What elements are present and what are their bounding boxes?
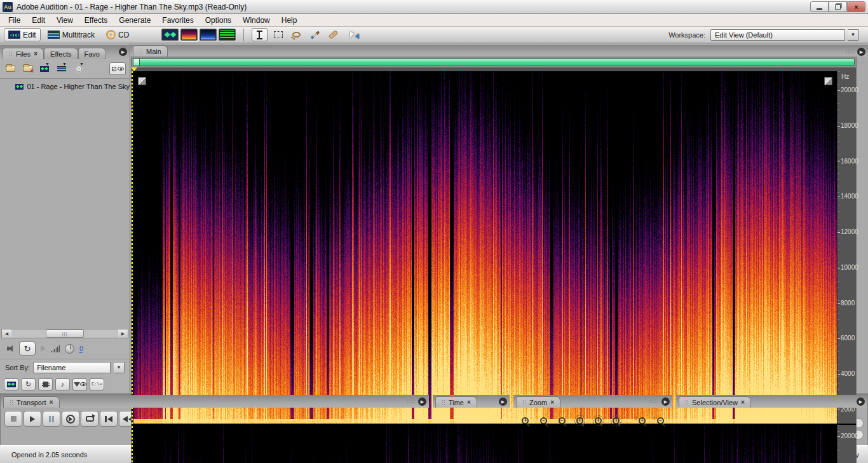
sort-by-select[interactable]: Filename	[33, 362, 111, 373]
zoom-in-horizontally-button[interactable]: +	[517, 413, 534, 427]
import-file-button[interactable]	[4, 64, 17, 74]
tab-selection-view[interactable]: Selection/View ×	[679, 396, 751, 408]
volume-meter-icon	[51, 345, 60, 352]
scrub-tool-button[interactable]	[344, 28, 360, 41]
zoom-panel-menu-button[interactable]	[661, 397, 670, 406]
play-looped-button[interactable]	[81, 411, 98, 427]
files-horizontal-scrollbar[interactable]: ◀ ||| ▶	[1, 329, 128, 338]
menu-help[interactable]: Help	[276, 15, 303, 26]
magnifier-icon: +	[595, 417, 602, 424]
tab-zoom-close-icon[interactable]: ×	[550, 399, 554, 406]
transport-panel-menu-button[interactable]	[418, 397, 426, 406]
workspace-select[interactable]: Edit View (Default)	[710, 29, 845, 41]
cd-view-button[interactable]: CD	[102, 28, 133, 41]
pause-button[interactable]	[43, 411, 60, 427]
show-video-files-toggle[interactable]	[38, 378, 53, 390]
marquee-selection-tool-button[interactable]	[270, 28, 286, 41]
files-panel-menu-button[interactable]	[119, 48, 127, 56]
spectrogram-right-channel[interactable]	[133, 425, 837, 463]
menu-file[interactable]: File	[3, 15, 26, 26]
tab-transport[interactable]: Transport ×	[3, 396, 60, 408]
zoom-in-right-edge-of-selection-button[interactable]: +	[608, 413, 625, 427]
spectral-pan-view-button[interactable]	[200, 29, 217, 41]
tab-effects[interactable]: Effects	[44, 48, 78, 59]
menu-effects[interactable]: Effects	[79, 15, 113, 26]
channel-handle-left-icon[interactable]	[138, 77, 146, 85]
insert-into-multitrack-button[interactable]: ▼	[55, 64, 68, 74]
file-list[interactable]: 01 - Rage - Higher Than The Sky	[0, 78, 130, 329]
menu-options[interactable]: Options	[200, 15, 237, 26]
show-audio-files-toggle[interactable]	[4, 378, 18, 390]
scroll-thumb[interactable]: |||	[46, 329, 84, 338]
full-path-toggle[interactable]: C:\>	[90, 378, 104, 390]
stop-button[interactable]	[4, 411, 22, 427]
tab-favorites[interactable]: Favo	[78, 48, 106, 59]
tab-files-close-icon[interactable]: ×	[34, 50, 37, 57]
tab-files[interactable]: Files ×	[3, 48, 44, 59]
minimize-button[interactable]	[810, 1, 829, 12]
playhead-top-marker[interactable]	[131, 67, 137, 71]
multitrack-view-button[interactable]: Multitrack	[43, 28, 99, 41]
time-panel-menu-button[interactable]	[499, 397, 507, 406]
zoom-out-vertically-button[interactable]: ↕−	[652, 413, 668, 427]
frequency-ruler-right-channel[interactable]: Hz20000180001600014000120001000080006000…	[837, 425, 856, 463]
file-list-item[interactable]: 01 - Rage - Higher Than The Sky	[15, 83, 130, 90]
spectrogram-canvas-left[interactable]	[133, 71, 837, 424]
show-loop-files-toggle[interactable]: ↻	[21, 378, 36, 390]
waveform-view-button[interactable]	[161, 29, 179, 41]
play-from-cursor-button[interactable]	[62, 411, 79, 427]
time-selection-tool-button[interactable]	[252, 28, 268, 41]
workspace-dropdown-arrow[interactable]: ▼	[848, 29, 859, 41]
zoom-out-horizontally-button[interactable]: −	[536, 413, 552, 427]
tab-selection-view-close-icon[interactable]: ×	[741, 399, 745, 406]
zoom-in-left-edge-of-selection-button[interactable]: +	[590, 413, 607, 427]
scroll-right-arrow[interactable]: ▶	[118, 329, 128, 338]
edit-view-button[interactable]: Edit	[4, 28, 41, 41]
close-button[interactable]: ×	[847, 1, 865, 12]
down-arrow-icon: ▼	[62, 62, 67, 66]
advanced-options-toggle[interactable]: ✓	[109, 62, 126, 75]
menu-window[interactable]: Window	[237, 15, 276, 26]
main-panel-menu-button[interactable]	[857, 48, 865, 56]
show-midi-files-toggle[interactable]: ♪	[55, 378, 70, 390]
filter-toggle[interactable]	[72, 378, 87, 390]
scroll-left-arrow[interactable]: ◀	[2, 329, 11, 338]
spot-healing-brush-tool-button[interactable]	[325, 28, 341, 41]
preview-volume-knob[interactable]	[65, 344, 74, 354]
frequency-ruler-left-channel[interactable]: Hz20000180001600014000120001000080006000…	[837, 71, 856, 424]
menu-generate[interactable]: Generate	[113, 15, 156, 26]
lasso-selection-tool-button[interactable]	[288, 28, 304, 41]
preview-play-button[interactable]	[41, 345, 46, 352]
preview-volume-value[interactable]: 0	[79, 345, 83, 353]
effects-paintbrush-tool-button[interactable]	[307, 28, 323, 41]
tab-zoom[interactable]: Zoom ×	[516, 396, 560, 408]
loop-preview-button[interactable]: ↻	[19, 342, 36, 356]
menu-edit[interactable]: Edit	[26, 15, 51, 26]
tab-transport-close-icon[interactable]: ×	[50, 399, 53, 406]
menu-bar: FileEditViewEffectsGenerateFavoritesOpti…	[0, 14, 868, 27]
auto-play-speaker-icon[interactable]	[5, 345, 14, 352]
play-button[interactable]	[24, 411, 41, 427]
scroll-track[interactable]: |||	[11, 329, 118, 338]
spectrogram-canvas-right[interactable]	[133, 425, 837, 463]
tab-time[interactable]: Time ×	[435, 396, 477, 408]
restore-button[interactable]	[829, 1, 847, 12]
zoom-in-vertically-button[interactable]: ↕+	[634, 413, 651, 427]
spectral-phase-view-button[interactable]	[219, 29, 236, 41]
go-to-beginning-button[interactable]	[100, 411, 118, 427]
zoom-to-selection-button[interactable]: +	[572, 413, 588, 427]
insert-into-cd-button[interactable]: ▼	[72, 64, 85, 74]
insert-into-edit-button[interactable]: ▼	[38, 64, 51, 74]
spectral-frequency-view-button[interactable]	[180, 29, 198, 41]
spectrogram-left-channel[interactable]	[133, 71, 837, 424]
tab-time-close-icon[interactable]: ×	[467, 399, 471, 406]
selection-view-panel-menu-button[interactable]	[857, 397, 865, 406]
horizontal-range-bar[interactable]	[133, 59, 855, 66]
zoom-out-full-button[interactable]: −	[553, 413, 570, 427]
menu-favorites[interactable]: Favorites	[156, 15, 199, 26]
close-file-button[interactable]: ×	[21, 64, 34, 74]
menu-view[interactable]: View	[51, 15, 79, 26]
tab-main[interactable]: Main	[133, 45, 168, 57]
sort-dropdown-arrow[interactable]: ▼	[114, 362, 125, 373]
channel-handle-right-icon[interactable]	[824, 77, 832, 85]
